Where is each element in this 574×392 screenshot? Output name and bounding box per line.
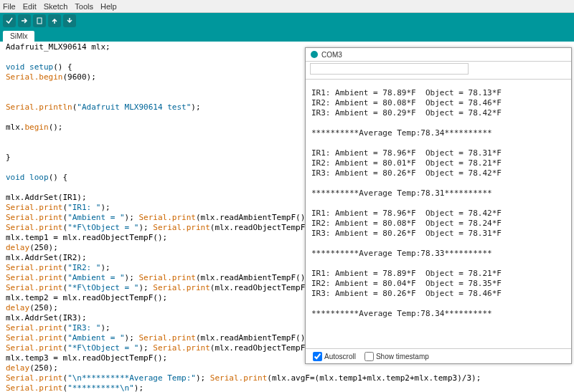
m: .print — [167, 213, 196, 222]
o: Serial — [6, 373, 34, 383]
o: Serial — [6, 383, 34, 392]
t: (9600); — [63, 72, 96, 82]
s: "IR1: " — [67, 203, 100, 212]
t: (250); — [29, 303, 58, 312]
m: .print — [34, 383, 63, 392]
s: "*F\tObject = " — [67, 223, 138, 232]
t: (mlx.readAmbientTempF() — [196, 273, 305, 282]
autoscroll-checkbox[interactable] — [313, 352, 322, 361]
o: Serial — [153, 343, 182, 353]
m: .print — [34, 263, 63, 272]
o: Serial — [210, 373, 239, 383]
new-button[interactable] — [33, 14, 46, 27]
toolbar — [0, 13, 574, 29]
m: .print — [239, 373, 268, 383]
menu-edit[interactable]: Edit — [23, 2, 37, 11]
t: (mlx.readAmbientTempF() — [196, 213, 305, 222]
obj: Serial — [6, 102, 34, 112]
menu-tools[interactable]: Tools — [75, 2, 93, 11]
m: .print — [182, 223, 210, 232]
o: Serial — [6, 343, 34, 353]
obj: Serial — [6, 72, 34, 82]
m: .print — [34, 343, 63, 353]
m: .print — [34, 213, 63, 222]
t: ); — [125, 213, 139, 222]
o: Serial — [153, 283, 182, 292]
t: ); — [191, 102, 200, 112]
t: } — [6, 153, 11, 162]
svg-point-1 — [311, 51, 318, 58]
tab-sketch[interactable]: SiMlx — [3, 31, 34, 42]
m: begin — [25, 123, 49, 132]
menu-sketch[interactable]: Sketch — [44, 2, 68, 11]
t: mlx.temp1 = mlx.readObjectTempF(); — [6, 233, 167, 242]
t: (mlx.readAmbientTempF() — [196, 333, 305, 343]
kw: void — [6, 173, 25, 182]
verify-button[interactable] — [3, 14, 16, 27]
s: "**********\n" — [67, 383, 134, 392]
serial-send-input[interactable] — [310, 63, 469, 75]
t: (mlx.avgF=(mlx.temp1+mlx.temp2+mlx.temp3… — [267, 373, 481, 383]
m: delay — [6, 243, 29, 252]
fn: loop — [25, 173, 49, 182]
tabbar: SiMlx — [0, 29, 574, 42]
m: .print — [34, 283, 63, 292]
upload-button[interactable] — [18, 14, 31, 27]
t: () { — [53, 62, 72, 72]
t: ); — [100, 203, 110, 212]
serial-output[interactable]: IR1: Ambient = 78.89*F Object = 78.13*F … — [306, 80, 571, 322]
t: ); — [125, 333, 139, 343]
o: Serial — [6, 263, 34, 272]
m: .print — [34, 273, 63, 282]
o: Serial — [6, 323, 34, 333]
serial-input-row — [306, 62, 571, 80]
menu-file[interactable]: File — [3, 2, 16, 11]
m: .print — [34, 373, 63, 383]
t: (); — [49, 123, 63, 132]
timestamp-checkbox[interactable] — [364, 352, 374, 361]
t: (250); — [29, 363, 58, 373]
t: ); — [125, 273, 139, 282]
m: .print — [34, 223, 63, 232]
t: mlx. — [6, 123, 25, 132]
m: .print — [34, 323, 63, 333]
o: Serial — [6, 333, 34, 343]
save-button[interactable] — [63, 14, 76, 27]
o: Serial — [6, 283, 34, 292]
o: Serial — [6, 273, 34, 282]
o: Serial — [6, 213, 34, 222]
t: mlx.temp3 = mlx.readObjectTempF(); — [6, 353, 167, 363]
t: (mlx.readObjectTempF — [210, 283, 305, 292]
serial-title-text: COM3 — [321, 51, 342, 59]
o: Serial — [6, 203, 34, 212]
s: "IR2: " — [67, 263, 100, 272]
s: "Ambient = " — [67, 333, 124, 343]
menu-help[interactable]: Help — [100, 2, 117, 11]
t: mlx.AddrSet(IR3); — [6, 313, 87, 322]
timestamp-option[interactable]: Show timestamp — [362, 350, 429, 363]
m: .println — [34, 102, 72, 112]
s: "IR3: " — [67, 323, 100, 333]
t: mlx.AddrSet(IR2); — [6, 253, 87, 262]
t: ); — [138, 343, 153, 353]
s: "*F\tObject = " — [67, 283, 138, 292]
m: .print — [34, 203, 63, 212]
s: "\n**********Average Temp:" — [67, 373, 196, 383]
serial-monitor-window: COM3 IR1: Ambient = 78.89*F Object = 78.… — [305, 47, 572, 364]
fn: setup — [25, 62, 54, 72]
m: .print — [167, 333, 196, 343]
serial-titlebar[interactable]: COM3 — [306, 48, 571, 62]
t: (250); — [29, 243, 58, 252]
svg-rect-0 — [37, 18, 42, 24]
timestamp-label: Show timestamp — [376, 353, 429, 360]
t: ); — [138, 223, 153, 232]
o: Serial — [138, 213, 167, 222]
open-button[interactable] — [48, 14, 61, 27]
s: "*F\tObject = " — [67, 343, 138, 353]
m: .begin — [34, 72, 63, 82]
o: Serial — [138, 273, 167, 282]
m: delay — [6, 303, 29, 312]
autoscroll-option[interactable]: Autoscroll — [310, 350, 356, 363]
m: .print — [182, 343, 210, 353]
str: "Adafruit MLX90614 test" — [77, 102, 191, 112]
